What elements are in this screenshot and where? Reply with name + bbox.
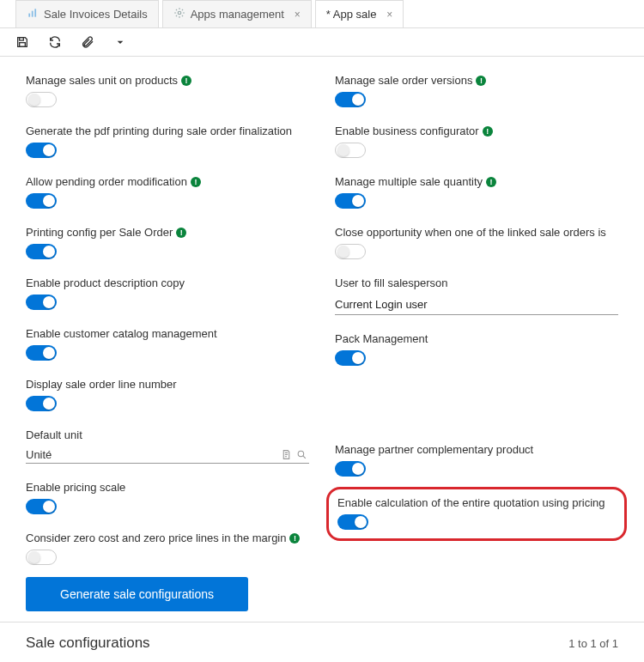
section-title: Sale configurations (26, 635, 150, 652)
chart-icon (27, 7, 39, 21)
attach-button[interactable] (79, 33, 96, 51)
svg-point-3 (178, 11, 181, 15)
field-display-line-num: Display sale order line number (26, 378, 309, 411)
left-column: Manage sales unit on products! Generate … (26, 74, 309, 565)
info-icon[interactable]: ! (486, 177, 496, 187)
field-pack-mgmt: Pack Management (335, 332, 618, 366)
right-column: Manage sale order versions! Enable busin… (335, 74, 618, 565)
search-icon[interactable] (294, 449, 309, 460)
info-icon[interactable]: ! (176, 228, 186, 238)
toggle-enable-calc[interactable] (337, 514, 368, 530)
toggle-allow-pending[interactable] (26, 193, 57, 209)
svg-point-6 (298, 451, 304, 457)
close-icon[interactable]: × (295, 9, 301, 21)
toggle-close-opp[interactable] (335, 244, 366, 259)
form-content: Manage sales unit on products! Generate … (0, 57, 644, 574)
svg-rect-2 (34, 9, 36, 16)
tab-bar: Sale Invoices Details Apps management × … (0, 0, 644, 28)
user-fill-select[interactable]: Current Login user (335, 295, 618, 315)
tab-app-sale[interactable]: * App sale × (315, 0, 404, 27)
save-button[interactable] (14, 33, 31, 51)
tab-sale-invoices-details[interactable]: Sale Invoices Details (15, 0, 159, 27)
field-manage-multi: Manage multiple sale quantity! (335, 175, 618, 209)
toggle-manage-sales-unit[interactable] (26, 92, 57, 107)
document-icon[interactable] (278, 449, 294, 460)
field-enable-cust-catalog: Enable customer catalog management (26, 327, 309, 361)
info-icon[interactable]: ! (483, 126, 493, 137)
close-icon[interactable]: × (386, 9, 392, 21)
field-user-fill: User to fill salesperson Current Login u… (335, 276, 618, 315)
field-default-unit: Default unit Unité (26, 428, 309, 464)
toggle-enable-pricing[interactable] (26, 499, 57, 514)
toggle-manage-versions[interactable] (335, 92, 366, 107)
toolbar (0, 28, 644, 57)
field-manage-versions: Manage sale order versions! (335, 74, 618, 107)
svg-rect-5 (20, 43, 26, 47)
toggle-display-line-num[interactable] (26, 396, 57, 411)
svg-rect-0 (28, 14, 30, 17)
info-icon[interactable]: ! (476, 76, 486, 86)
sale-configurations-section: Sale configurations 1 to 1 of 1 (0, 622, 644, 655)
tab-label: * App sale (326, 8, 377, 21)
toggle-printing-config[interactable] (26, 244, 57, 259)
chevron-down-icon[interactable] (112, 33, 129, 51)
info-icon[interactable]: ! (181, 76, 191, 86)
field-allow-pending: Allow pending order modification! (26, 175, 309, 209)
toggle-consider-zero[interactable] (26, 550, 57, 565)
svg-rect-1 (32, 11, 33, 17)
generate-button[interactable]: Generate sale configurations (26, 577, 248, 611)
pager-label: 1 to 1 of 1 (568, 637, 618, 650)
info-icon[interactable]: ! (191, 177, 201, 187)
field-enable-calc: Enable calculation of the entire quotati… (337, 496, 616, 530)
toggle-manage-partner[interactable] (335, 461, 366, 477)
field-close-opp: Close opportunity when one of the linked… (335, 226, 618, 259)
toggle-manage-multi[interactable] (335, 193, 366, 209)
toggle-generate-pdf[interactable] (26, 143, 57, 158)
tab-label: Sale Invoices Details (44, 8, 148, 21)
refresh-button[interactable] (46, 33, 64, 51)
tab-label: Apps management (191, 8, 284, 21)
field-enable-pricing: Enable pricing scale (26, 481, 309, 514)
default-unit-input[interactable]: Unité (26, 446, 309, 464)
field-manage-partner: Manage partner complementary product (335, 443, 618, 477)
info-icon[interactable]: ! (289, 533, 300, 544)
field-enable-prod-desc: Enable product description copy (26, 276, 309, 310)
gear-icon (173, 7, 185, 21)
toggle-enable-cust-catalog[interactable] (26, 345, 57, 361)
toggle-enable-prod-desc[interactable] (26, 295, 57, 310)
field-enable-business: Enable business configurator! (335, 125, 618, 158)
field-printing-config: Printing config per Sale Order! (26, 226, 309, 259)
toggle-pack-mgmt[interactable] (335, 350, 366, 366)
toggle-enable-business[interactable] (335, 143, 366, 158)
svg-rect-4 (20, 38, 24, 40)
field-manage-sales-unit: Manage sales unit on products! (26, 74, 309, 107)
field-generate-pdf: Generate the pdf printing during sale or… (26, 125, 309, 158)
highlight-enable-calc: Enable calculation of the entire quotati… (326, 487, 627, 541)
tab-apps-management[interactable]: Apps management × (162, 0, 312, 27)
field-consider-zero: Consider zero cost and zero price lines … (26, 531, 309, 565)
